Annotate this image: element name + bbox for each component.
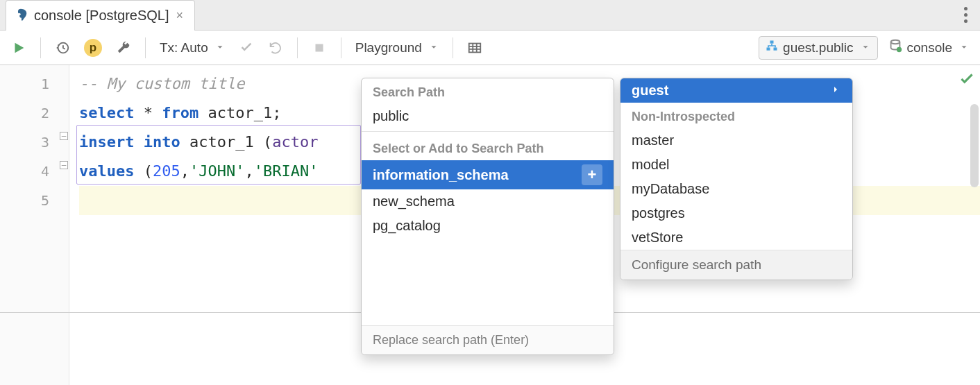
svg-rect-4: [767, 48, 770, 51]
tx-mode-dropdown[interactable]: Tx: Auto: [155, 36, 229, 60]
line-number: 1: [0, 69, 49, 99]
schema-selector[interactable]: guest.public: [759, 36, 877, 60]
schema-icon: [765, 39, 779, 56]
schema-option-information-schema[interactable]: information_schema +: [362, 160, 614, 189]
database-option-master[interactable]: master: [620, 128, 852, 153]
svg-rect-3: [770, 41, 774, 44]
data-grid-icon[interactable]: [463, 36, 487, 60]
code-comment: -- My custom title: [79, 75, 244, 92]
chevron-down-icon: [959, 40, 969, 55]
commit-button[interactable]: [235, 36, 258, 60]
popup-hint: Replace search path (Enter): [362, 325, 614, 354]
schema-option-pg-catalog[interactable]: pg_catalog: [362, 214, 614, 238]
line-number: 4: [0, 157, 49, 186]
popup-header: Non-Introspected: [620, 103, 852, 128]
database-option-postgres[interactable]: postgres: [620, 201, 852, 225]
line-number: 3: [0, 128, 49, 157]
search-path-popup: Search Path public Select or Add to Sear…: [361, 78, 614, 355]
svg-rect-5: [774, 48, 777, 51]
close-icon[interactable]: ×: [175, 8, 185, 23]
wrench-icon[interactable]: [112, 36, 135, 60]
toolbar: p Tx: Auto Playground guest.public con: [0, 31, 980, 65]
stop-button[interactable]: [307, 36, 331, 60]
tab-overflow-menu[interactable]: [957, 3, 974, 27]
search-path-current[interactable]: public: [362, 104, 614, 128]
database-popup: guest Non-Introspected master model myDa…: [620, 78, 853, 280]
checkmark-icon: [958, 78, 976, 92]
tab-bar: console [PostgreSQL] ×: [0, 0, 980, 31]
popup-header: Select or Add to Search Path: [362, 135, 614, 160]
svg-point-7: [896, 47, 901, 52]
run-button[interactable]: [7, 36, 31, 60]
popup-header: Search Path: [362, 78, 614, 104]
schema-option-new-schema[interactable]: new_schema: [362, 189, 614, 214]
console-label: console: [907, 40, 953, 55]
chevron-down-icon: [215, 40, 225, 55]
tab-title: console [PostgreSQL]: [34, 8, 169, 24]
database-option-model[interactable]: model: [620, 153, 852, 177]
gutter: 1 2 3 4 5 – –: [0, 65, 69, 385]
configure-search-path[interactable]: Configure search path: [620, 250, 852, 280]
inspection-check[interactable]: [958, 71, 976, 92]
fold-marker-icon[interactable]: –: [60, 161, 68, 169]
svg-point-6: [890, 40, 899, 44]
console-session-dropdown[interactable]: console: [884, 36, 974, 60]
svg-rect-1: [315, 44, 323, 51]
database-option-mydatabase[interactable]: myDatabase: [620, 177, 852, 201]
profile-badge[interactable]: p: [80, 36, 106, 60]
database-option-vetstore[interactable]: vetStore: [620, 225, 852, 250]
tab-console[interactable]: console [PostgreSQL] ×: [6, 0, 195, 31]
postgresql-icon: [13, 8, 28, 23]
chevron-down-icon: [429, 40, 439, 55]
chevron-down-icon: [861, 40, 870, 55]
line-number: 2: [0, 99, 49, 128]
rollback-button[interactable]: [264, 36, 287, 60]
playground-label: Playground: [355, 40, 422, 55]
playground-dropdown[interactable]: Playground: [351, 36, 443, 60]
tx-mode-label: Tx: Auto: [160, 40, 208, 55]
database-option-guest[interactable]: guest: [620, 78, 852, 103]
svg-rect-2: [469, 43, 481, 52]
console-icon: [888, 38, 903, 57]
schema-label: guest.public: [783, 40, 853, 55]
add-icon[interactable]: +: [582, 164, 602, 185]
chevron-right-icon: [830, 83, 841, 99]
fold-marker-icon[interactable]: –: [60, 132, 68, 140]
line-number: 5: [0, 186, 49, 215]
history-icon[interactable]: [51, 36, 74, 60]
scrollbar-thumb[interactable]: [970, 104, 979, 187]
